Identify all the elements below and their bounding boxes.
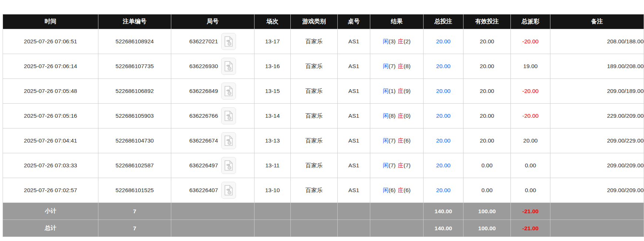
cell-table-no: AS1	[338, 178, 370, 203]
cell-game-type: 百家乐	[291, 29, 338, 54]
result-banker-num: (7)	[404, 162, 411, 168]
video-replay-button[interactable]	[221, 182, 236, 199]
cell-valid-bet: 20.00	[463, 128, 511, 153]
round-id-text: 636226849	[189, 88, 218, 94]
cell-table-no: AS1	[338, 153, 370, 178]
video-file-icon	[224, 61, 233, 71]
cell-round-id: 636226849	[171, 79, 254, 104]
cell-remark: 208.00/188.00	[550, 29, 644, 54]
cell-session: 13-17	[254, 29, 291, 54]
cell-table-no: AS1	[338, 104, 370, 128]
footer-empty-game	[291, 203, 338, 220]
result-player-label: 闲	[383, 187, 389, 193]
footer-count: 7	[98, 220, 171, 237]
cell-table-no: AS1	[338, 79, 370, 104]
result-banker-label: 庄	[398, 63, 404, 69]
cell-game-type: 百家乐	[291, 178, 338, 203]
table-header-row: 时间注单编号局号场次游戏类别桌号结果总投注有效投注总派彩备注	[3, 14, 644, 29]
cell-round-id: 636226497	[171, 153, 254, 178]
footer-empty-remark	[550, 220, 644, 237]
cell-result: 闲(7)庄(7)	[370, 153, 424, 178]
footer-total-bet: 140.00	[424, 203, 463, 220]
cell-remark: 229.00/209.00	[550, 104, 644, 128]
cell-total-payout: 0.00	[511, 178, 550, 203]
cell-valid-bet: 0.00	[463, 153, 511, 178]
cell-valid-bet: 20.00	[463, 54, 511, 79]
cell-bet-id: 522686105903	[98, 104, 171, 128]
result-player-num: (6)	[389, 187, 396, 193]
footer-empty-session	[254, 220, 291, 237]
cell-result: 闲(7)庄(8)	[370, 54, 424, 79]
footer-empty-round	[171, 203, 254, 220]
footer-empty-result	[370, 220, 424, 237]
cell-bet-id: 522686108924	[98, 29, 171, 54]
cell-result: 闲(3)庄(2)	[370, 29, 424, 54]
cell-game-type: 百家乐	[291, 79, 338, 104]
table-row: 2025-07-26 07:05:48522686106892636226849…	[3, 79, 644, 104]
result-banker-label: 庄	[398, 187, 404, 193]
cell-total-bet: 20.00	[424, 178, 463, 203]
column-header-session: 场次	[254, 14, 291, 29]
round-id-text: 636226407	[189, 187, 218, 194]
result-player-label: 闲	[383, 137, 389, 144]
cell-total-bet: 20.00	[424, 104, 463, 128]
column-header-remark: 备注	[550, 14, 644, 29]
cell-total-payout: 20.00	[511, 128, 550, 153]
result-player-num: (7)	[389, 63, 396, 69]
cell-table-no: AS1	[338, 29, 370, 54]
round-id-text: 636226766	[189, 113, 218, 119]
video-replay-button[interactable]	[221, 83, 236, 100]
cell-result: 闲(6)庄(6)	[370, 178, 424, 203]
column-header-time: 时间	[3, 14, 98, 29]
cell-round-id: 636226407	[171, 178, 254, 203]
cell-session: 13-14	[254, 104, 291, 128]
cell-total-payout: 0.00	[511, 153, 550, 178]
footer-count: 7	[98, 203, 171, 220]
cell-table-no: AS1	[338, 54, 370, 79]
cell-round-id: 636227021	[171, 29, 254, 54]
round-id-wrap: 636226766	[189, 107, 236, 124]
cell-round-id: 636226930	[171, 54, 254, 79]
result-banker-num: (2)	[404, 38, 411, 44]
cell-game-type: 百家乐	[291, 104, 338, 128]
cell-valid-bet: 20.00	[463, 29, 511, 54]
result-player-num: (1)	[389, 88, 396, 94]
footer-label: 总计	[3, 220, 98, 237]
cell-session: 13-16	[254, 54, 291, 79]
footer-empty-round	[171, 220, 254, 237]
bet-records-table: 时间注单编号局号场次游戏类别桌号结果总投注有效投注总派彩备注 2025-07-2…	[3, 14, 644, 237]
cell-round-id: 636226674	[171, 128, 254, 153]
video-file-icon	[224, 185, 233, 195]
cell-remark: 209.00/209.00	[550, 153, 644, 178]
video-replay-button[interactable]	[221, 33, 236, 50]
round-id-text: 636226674	[189, 137, 218, 144]
result-player-label: 闲	[383, 63, 389, 69]
round-id-wrap: 636227021	[189, 33, 236, 50]
video-file-icon	[224, 86, 233, 96]
cell-result: 闲(7)庄(6)	[370, 128, 424, 153]
round-id-text: 636226930	[189, 63, 218, 70]
cell-remark: 209.00/229.00	[550, 128, 644, 153]
cell-valid-bet: 20.00	[463, 79, 511, 104]
video-file-icon	[224, 36, 233, 47]
video-replay-button[interactable]	[221, 157, 236, 174]
cell-remark: 189.00/208.00	[550, 54, 644, 79]
footer-total-bet: 140.00	[424, 220, 463, 237]
video-replay-button[interactable]	[221, 132, 236, 149]
video-replay-button[interactable]	[221, 58, 236, 75]
result-player-num: (8)	[389, 113, 396, 119]
round-id-wrap: 636226497	[189, 157, 236, 174]
cell-remark: 209.00/209.00	[550, 178, 644, 203]
cell-total-payout: -20.00	[511, 104, 550, 128]
column-header-valid_bet: 有效投注	[463, 14, 511, 29]
footer-empty-table	[338, 220, 370, 237]
result-banker-label: 庄	[398, 88, 404, 94]
video-replay-button[interactable]	[221, 107, 236, 124]
result-banker-num: (0)	[404, 113, 411, 119]
result-banker-num: (9)	[404, 88, 411, 94]
cell-result: 闲(1)庄(9)	[370, 79, 424, 104]
cell-total-bet: 20.00	[424, 79, 463, 104]
round-id-wrap: 636226674	[189, 132, 236, 149]
cell-table-no: AS1	[338, 128, 370, 153]
cell-session: 13-11	[254, 153, 291, 178]
